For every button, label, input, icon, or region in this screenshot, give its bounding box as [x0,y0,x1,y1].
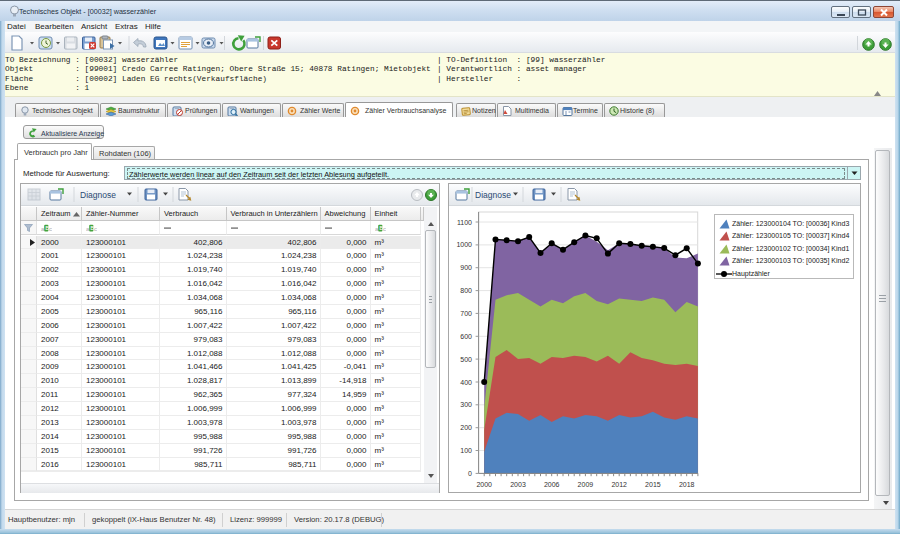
svg-text:300: 300 [460,401,472,408]
svg-text:100: 100 [460,447,472,454]
svg-text:2012: 2012 [611,481,627,488]
svg-text:0: 0 [468,470,472,477]
svg-text:800: 800 [460,287,472,294]
svg-text:900: 900 [460,264,472,271]
svg-text:400: 400 [460,379,472,386]
svg-text:2009: 2009 [578,481,594,488]
svg-text:200: 200 [460,424,472,431]
svg-text:c: c [383,226,386,232]
svg-text:1000: 1000 [456,241,472,248]
svg-text:c: c [49,226,52,232]
svg-text:1100: 1100 [457,219,472,226]
svg-text:700: 700 [460,310,472,317]
svg-text:500: 500 [460,356,472,363]
svg-text:2006: 2006 [544,481,560,488]
svg-text:2003: 2003 [510,481,526,488]
svg-text:2015: 2015 [645,481,661,488]
svg-text:c: c [94,226,97,232]
svg-text:2018: 2018 [679,481,695,488]
svg-text:600: 600 [460,333,472,340]
svg-text:2000: 2000 [476,481,492,488]
